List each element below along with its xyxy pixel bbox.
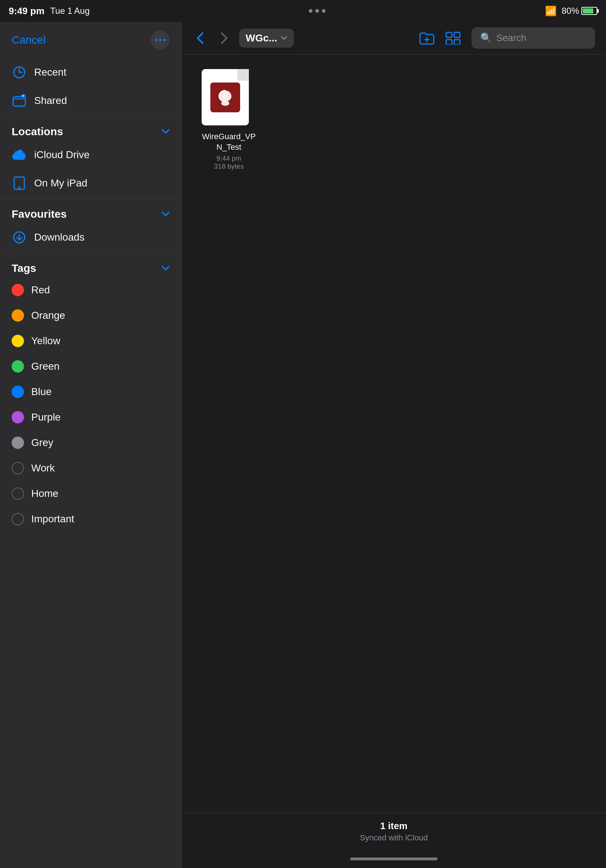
search-icon: 🔍 (480, 33, 492, 43)
wireguard-file-inner-icon: § (210, 82, 240, 112)
svg-text:§: § (223, 91, 228, 102)
downloads-label: Downloads (34, 231, 85, 243)
back-button[interactable] (193, 29, 209, 48)
svg-rect-12 (454, 33, 460, 37)
file-icon-container: § (202, 69, 256, 127)
shared-icon: + (12, 93, 27, 108)
locations-section-header: Locations (0, 118, 181, 141)
sync-status: Synced with iCloud (189, 833, 599, 843)
svg-point-7 (19, 187, 20, 189)
locations-title: Locations (12, 126, 63, 138)
status-date: Tue 1 Aug (50, 6, 90, 16)
tag-home-label: Home (31, 488, 59, 499)
status-bar: 9:49 pm Tue 1 Aug 📶 80% (0, 0, 606, 22)
bottom-status: 1 item Synced with iCloud (182, 813, 606, 850)
sidebar-item-tag-work[interactable]: Work (0, 456, 181, 481)
sidebar-item-on-my-ipad[interactable]: On My iPad (0, 169, 181, 197)
svg-text:+: + (22, 95, 24, 98)
sidebar-item-tag-purple[interactable]: Purple (0, 405, 181, 430)
grey-tag-dot (12, 437, 24, 449)
item-count: 1 item (189, 820, 599, 832)
path-breadcrumb[interactable]: WGc... (239, 29, 294, 48)
search-bar[interactable]: 🔍 Search (472, 27, 595, 49)
main-content: WGc... (182, 22, 606, 868)
tag-orange-label: Orange (31, 310, 65, 321)
sidebar-item-icloud-drive[interactable]: iCloud Drive (0, 141, 181, 169)
cancel-button[interactable]: Cancel (12, 34, 45, 46)
sidebar-item-tag-yellow[interactable]: Yellow (0, 328, 181, 354)
search-placeholder: Search (496, 33, 526, 43)
sidebar-header: Cancel (0, 22, 181, 58)
orange-tag-dot (12, 309, 24, 322)
tags-section-header: Tags (0, 255, 181, 277)
blue-tag-dot (12, 386, 24, 398)
sidebar-item-tag-green[interactable]: Green (0, 354, 181, 379)
tag-grey-label: Grey (31, 437, 53, 448)
sidebar-item-recent[interactable]: Recent (0, 58, 181, 87)
tag-yellow-label: Yellow (31, 335, 60, 347)
toolbar-actions: 🔍 Search (419, 27, 595, 49)
file-size: 318 bytes (214, 163, 244, 170)
recent-icon (12, 65, 27, 80)
more-options-button[interactable] (151, 31, 170, 50)
sidebar-item-shared-label: Shared (34, 95, 67, 107)
battery-percentage: 80% (562, 6, 579, 16)
sidebar: Cancel Recent (0, 22, 182, 868)
tags-chevron[interactable] (162, 266, 170, 271)
tag-green-label: Green (31, 361, 60, 372)
status-time: 9:49 pm (9, 5, 44, 17)
forward-button[interactable] (216, 29, 232, 48)
sidebar-item-tag-grey[interactable]: Grey (0, 430, 181, 456)
sidebar-item-tag-home[interactable]: Home (0, 481, 181, 506)
toolbar: WGc... (182, 22, 606, 54)
yellow-tag-dot (12, 335, 24, 347)
file-item-wireguard[interactable]: § WireGuard_VPN_Test 9:44 pm 318 bytes (196, 69, 261, 170)
wireguard-file-icon: § (202, 69, 249, 126)
sidebar-item-tag-important[interactable]: Important (0, 506, 181, 532)
app-container: Cancel Recent (0, 22, 606, 868)
sidebar-item-shared[interactable]: + Shared (0, 87, 181, 115)
home-indicator (182, 850, 606, 868)
svg-rect-14 (454, 40, 460, 45)
purple-tag-dot (12, 411, 24, 423)
status-right: 📶 80% (545, 5, 597, 17)
home-bar (350, 857, 437, 860)
icloud-drive-label: iCloud Drive (34, 149, 90, 161)
tags-title: Tags (12, 262, 36, 274)
sidebar-item-tag-red[interactable]: Red (0, 277, 181, 303)
green-tag-dot (12, 360, 24, 373)
important-tag-dot (12, 513, 24, 525)
file-grid: § WireGuard_VPN_Test 9:44 pm 318 bytes (182, 54, 606, 813)
view-toggle-button[interactable] (445, 32, 461, 45)
svg-rect-6 (14, 177, 24, 189)
path-label: WGc... (246, 33, 277, 44)
on-my-ipad-label: On My iPad (34, 177, 87, 189)
tag-important-label: Important (31, 513, 74, 525)
locations-chevron[interactable] (162, 129, 170, 134)
divider-1 (0, 116, 181, 117)
red-tag-dot (12, 284, 24, 296)
favourites-title: Favourites (12, 208, 67, 220)
sidebar-item-tag-blue[interactable]: Blue (0, 379, 181, 405)
icloud-icon (12, 147, 27, 163)
battery-indicator: 80% (562, 6, 597, 16)
sidebar-item-tag-orange[interactable]: Orange (0, 303, 181, 328)
new-folder-button[interactable] (419, 32, 434, 45)
file-time: 9:44 pm (216, 155, 241, 163)
svg-rect-13 (446, 40, 452, 45)
favourites-section-header: Favourites (0, 201, 181, 223)
path-chevron-icon (281, 36, 288, 40)
downloads-icon (12, 230, 27, 245)
sidebar-item-recent-label: Recent (34, 67, 66, 78)
svg-rect-3 (13, 97, 25, 106)
svg-rect-11 (446, 33, 452, 37)
tag-red-label: Red (31, 284, 50, 296)
battery-icon (581, 7, 597, 15)
more-dots-icon (155, 39, 165, 41)
home-tag-dot (12, 487, 24, 500)
tag-work-label: Work (31, 462, 55, 474)
tag-purple-label: Purple (31, 411, 61, 423)
favourites-chevron[interactable] (162, 212, 170, 217)
tag-blue-label: Blue (31, 386, 52, 398)
sidebar-item-downloads[interactable]: Downloads (0, 223, 181, 251)
